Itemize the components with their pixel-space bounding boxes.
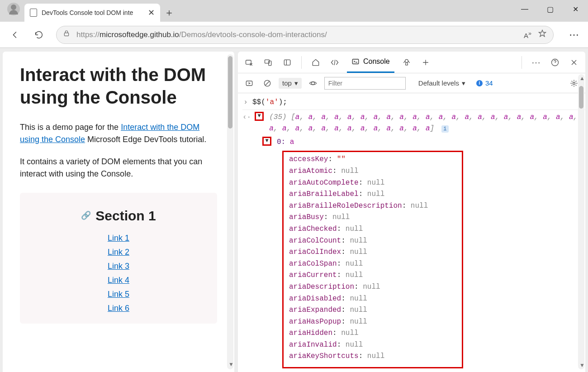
page-content: Interact with the DOM using the Console … (3, 52, 234, 324)
new-tab-plus-icon[interactable] (419, 56, 432, 69)
devtools-more-icon[interactable]: ⋯ (529, 56, 543, 69)
dock-side-icon[interactable] (280, 56, 294, 69)
section-link[interactable]: Link 3 (108, 262, 129, 271)
help-icon[interactable] (548, 56, 562, 69)
property-row[interactable]: accessKey: "" (289, 154, 456, 166)
section-link[interactable]: Link 2 (108, 248, 129, 257)
page-icon (30, 9, 37, 17)
inspect-element-icon[interactable] (242, 56, 256, 69)
read-aloud-icon[interactable]: A» (524, 30, 531, 39)
list-item: Link 1 (33, 232, 204, 244)
svg-rect-9 (246, 81, 252, 86)
input-caret-icon: › (242, 97, 249, 109)
console-body[interactable]: › $$('a'); ‹· ▼ (35) [a, a, a, a, a, a, … (238, 93, 585, 372)
console-tab[interactable]: Console (347, 52, 394, 73)
live-expression-icon[interactable] (306, 76, 320, 90)
browser-menu-button[interactable]: ⋯ (569, 29, 579, 41)
section-card: 🔗 Section 1 Link 1Link 2Link 3Link 4Link… (20, 193, 217, 324)
tab-title: DevTools Console tool DOM inte (42, 9, 133, 16)
devtools-tabbar: Console ⋯ (238, 52, 585, 73)
url-text: https://microsoftedge.github.io/Demos/de… (76, 30, 517, 39)
content-split: Interact with the DOM using the Console … (0, 48, 588, 372)
scroll-thumb[interactable] (228, 56, 232, 129)
svg-rect-0 (64, 33, 68, 36)
context-selector[interactable]: top▾ (279, 78, 302, 89)
browser-tab[interactable]: DevTools Console tool DOM inte ✕ (24, 4, 160, 22)
array-preview[interactable]: (35) [a, a, a, a, a, a, a, a, a, a, a, a… (269, 112, 585, 135)
device-emulation-icon[interactable] (261, 56, 275, 69)
element-properties-box[interactable]: accessKey: ""ariaAtomic: nullariaAutoCom… (282, 151, 463, 368)
minimize-button[interactable]: ― (512, 0, 537, 18)
property-row[interactable]: ariaColCount: null (289, 235, 456, 247)
info-icon[interactable]: i (441, 125, 449, 133)
intro-paragraph-2: It contains a variety of DOM elements th… (20, 156, 217, 180)
refresh-button[interactable] (33, 29, 45, 41)
console-output-row[interactable]: ‹· ▼ (35) [a, a, a, a, a, a, a, a, a, a,… (242, 110, 585, 136)
console-tab-label: Console (363, 57, 390, 66)
expand-array-toggle[interactable]: ▼ (255, 112, 264, 121)
svg-rect-6 (352, 59, 359, 64)
console-input-code: $$('a'); (252, 97, 287, 109)
devtools-scrollbar[interactable]: ▲ ▼ (578, 74, 584, 369)
intro-paragraph-1: This is a demo page for the Interact wit… (20, 121, 217, 146)
property-row[interactable]: ariaColSpan: null (289, 258, 456, 270)
property-row[interactable]: ariaInvalid: null (289, 339, 456, 351)
anchor-icon[interactable]: 🔗 (81, 210, 91, 222)
property-row[interactable]: ariaDescription: null (289, 281, 456, 293)
property-row[interactable]: ariaDisabled: null (289, 293, 456, 305)
property-row[interactable]: ariaAutoComplete: null (289, 177, 456, 189)
issues-count: 34 (485, 79, 493, 87)
property-row[interactable]: ariaHidden: null (289, 328, 456, 339)
section-heading: 🔗 Section 1 (33, 205, 204, 226)
array-index-row[interactable]: ▼ 0: a (242, 136, 585, 149)
section-link[interactable]: Link 4 (108, 276, 129, 285)
section-link[interactable]: Link 5 (108, 290, 129, 299)
log-levels-selector[interactable]: Default levels▾ (418, 79, 465, 87)
favorite-icon[interactable] (538, 29, 547, 40)
property-row[interactable]: ariaKeyShortcuts: null (289, 351, 456, 362)
close-devtools-icon[interactable] (567, 56, 581, 69)
page-scrollbar[interactable]: ▼ (227, 54, 233, 369)
scroll-down-icon[interactable]: ▼ (579, 362, 585, 368)
list-item: Link 4 (33, 274, 204, 286)
close-window-button[interactable]: ✕ (563, 0, 588, 18)
console-toolbar: top▾ Default levels▾ i 34 (238, 73, 585, 93)
property-row[interactable]: ariaBusy: null (289, 212, 456, 224)
list-item: Link 2 (33, 246, 204, 258)
elements-tab-icon[interactable] (328, 56, 341, 69)
property-row[interactable]: ariaCurrent: null (289, 270, 456, 281)
clear-console-icon[interactable] (261, 76, 274, 90)
list-item: Link 3 (33, 260, 204, 272)
property-row[interactable]: ariaExpanded: null (289, 305, 456, 316)
close-tab-icon[interactable]: ✕ (148, 8, 155, 18)
section-link[interactable]: Link 6 (108, 304, 129, 313)
expand-element-toggle[interactable]: ▼ (262, 137, 271, 146)
property-row[interactable]: ariaAtomic: null (289, 166, 456, 177)
section-link[interactable]: Link 1 (108, 234, 129, 243)
issues-counter[interactable]: i 34 (476, 79, 493, 87)
new-tab-button[interactable]: ＋ (160, 4, 178, 22)
scroll-down-icon[interactable]: ▼ (228, 361, 234, 367)
lock-icon (63, 29, 70, 40)
welcome-tab-icon[interactable] (309, 56, 322, 69)
sources-tab-icon[interactable] (400, 56, 413, 69)
address-bar: https://microsoftedge.github.io/Demos/de… (0, 22, 588, 48)
property-row[interactable]: ariaColIndex: null (289, 247, 456, 258)
back-button[interactable] (9, 29, 22, 41)
links-list: Link 1Link 2Link 3Link 4Link 5Link 6 (33, 232, 204, 315)
property-row[interactable]: ariaChecked: null (289, 224, 456, 235)
property-row[interactable]: ariaBrailleLabel: null (289, 189, 456, 200)
property-row[interactable]: ariaHasPopup: null (289, 316, 456, 328)
scroll-up-icon[interactable]: ▲ (579, 75, 585, 81)
omnibox[interactable]: https://microsoftedge.github.io/Demos/de… (56, 26, 554, 44)
property-row[interactable]: ariaBrailleRoleDescription: null (289, 200, 456, 212)
toggle-sidebar-icon[interactable] (242, 76, 256, 90)
filter-input[interactable] (324, 77, 406, 90)
scroll-thumb[interactable] (579, 86, 583, 109)
maximize-button[interactable]: ▢ (537, 0, 563, 18)
issues-badge-icon: i (476, 80, 483, 86)
profile-avatar[interactable] (7, 3, 20, 15)
chevron-down-icon: ▾ (294, 79, 298, 87)
svg-point-12 (573, 82, 575, 84)
devtools-pane: Console ⋯ top▾ Default levels▾ i 34 (238, 52, 585, 372)
